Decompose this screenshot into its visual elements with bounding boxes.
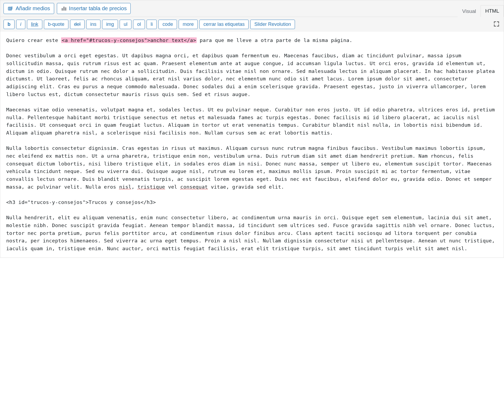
svg-rect-5 [65, 7, 66, 10]
spell-error: nisl [119, 184, 131, 190]
spell-error: tristique [138, 184, 165, 190]
qt-del-button[interactable]: del [70, 20, 85, 29]
qt-blockquote-button[interactable]: b-quote [44, 20, 68, 29]
text-line: Quiero crear este [6, 37, 61, 43]
qt-bold-button[interactable]: b [4, 20, 15, 29]
text-fragment: , [131, 184, 138, 190]
text-paragraph: Nulla hendrerit, elit eu aliquam venenat… [6, 215, 498, 251]
text-paragraph: Donec vestibulum a orci eget egestas. Ut… [6, 53, 498, 97]
qt-li-button[interactable]: li [147, 20, 157, 29]
editor-container: Añadir medios Insertar tabla de precios … [0, 0, 504, 258]
fullscreen-icon[interactable] [492, 20, 500, 29]
editor-mode-tabs: Visual HTML [458, 5, 504, 17]
media-buttons-group: Añadir medios Insertar tabla de precios [4, 3, 131, 14]
tab-visual[interactable]: Visual [458, 5, 481, 17]
html-editor-textarea[interactable]: Quiero crear este <a href="#trucos-y-con… [0, 32, 504, 257]
camera-music-icon [8, 6, 13, 12]
svg-rect-0 [8, 7, 12, 10]
qt-close-tags-button[interactable]: cerrar las etiquetas [199, 20, 249, 29]
add-media-button[interactable]: Añadir medios [4, 3, 54, 14]
add-media-label: Añadir medios [16, 5, 50, 12]
svg-rect-3 [62, 8, 63, 10]
quicktags-toolbar: b i link b-quote del ins img ul ol li co… [0, 17, 504, 32]
highlighted-anchor-code: <a href="#trucos-y-consejos">anchor text… [61, 37, 197, 43]
text-fragment: vitae, gravida sed elit. [208, 184, 284, 190]
qt-code-button[interactable]: code [158, 20, 177, 29]
qt-img-button[interactable]: img [102, 20, 118, 29]
insert-price-table-label: Insertar tabla de precios [69, 5, 127, 12]
svg-point-2 [11, 8, 12, 9]
bar-chart-icon [61, 6, 67, 12]
qt-italic-button[interactable]: i [16, 20, 25, 29]
spell-error: consequat [180, 184, 208, 190]
media-toolbar: Añadir medios Insertar tabla de precios … [0, 0, 504, 17]
qt-ul-button[interactable]: ul [120, 20, 131, 29]
svg-point-1 [9, 8, 11, 9]
qt-ol-button[interactable]: ol [133, 20, 145, 29]
heading-code: <h3 id="trucos-y-consejos">Trucos y cons… [6, 199, 156, 205]
svg-rect-4 [63, 6, 65, 10]
insert-price-table-button[interactable]: Insertar tabla de precios [57, 3, 131, 14]
qt-slider-revolution-button[interactable]: Slider Revolution [250, 20, 295, 29]
text-paragraph: Maecenas vitae odio venenatis, volutpat … [6, 107, 498, 136]
text-fragment: vel [165, 184, 180, 190]
tab-html[interactable]: HTML [481, 5, 504, 17]
qt-ins-button[interactable]: ins [86, 20, 100, 29]
text-paragraph: Nulla lobortis consectetur dignissim. Cr… [6, 145, 495, 189]
qt-more-button[interactable]: more [179, 20, 198, 29]
text-line: para que me lleve a otra parte de la mis… [197, 37, 352, 43]
qt-link-button[interactable]: link [27, 20, 42, 29]
